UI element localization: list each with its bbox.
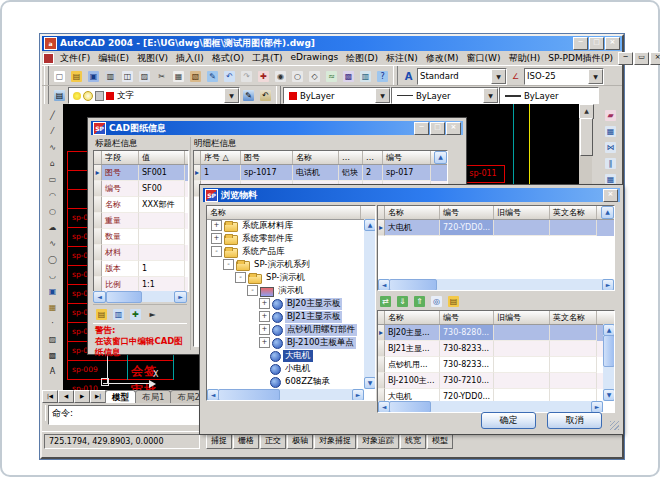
scroll-thumb[interactable] (389, 279, 437, 291)
menu-插入(I)[interactable]: 插入(I) (172, 52, 208, 65)
scroll-thumb[interactable] (603, 335, 615, 367)
color-combo[interactable]: ByLayer ▼ (283, 87, 391, 104)
cut-button[interactable]: ✂ (153, 68, 170, 84)
table-hscrollbar[interactable]: ◄ ► (378, 401, 603, 412)
material-row[interactable]: BJ21主显...730-8233... (378, 341, 614, 357)
tree-item-演示机[interactable]: -演示机 (207, 284, 364, 297)
minimize-button[interactable]: ─ (414, 122, 429, 135)
publish-button[interactable]: ▨ (136, 68, 153, 84)
toggle-极轴[interactable]: 极轴 (287, 434, 313, 449)
menu-格式(O)[interactable]: 格式(O) (208, 52, 248, 65)
close-button[interactable]: × (605, 37, 620, 50)
open-record-button[interactable]: ▤ (93, 306, 110, 322)
tree-item-点钞机用螺钉部件[interactable]: +点钞机用螺钉部件 (207, 323, 364, 336)
menu-工具(T)[interactable]: 工具(T) (248, 52, 287, 65)
column-header-名称[interactable]: 名称 (293, 151, 339, 164)
close-button[interactable]: × (446, 122, 461, 135)
expand-icon[interactable]: + (259, 298, 270, 309)
rectangle-button[interactable]: ▭ (44, 171, 61, 187)
column-header-英文名称[interactable]: 英文名称 (550, 206, 597, 219)
dbconnect-button[interactable]: ≈ (323, 68, 340, 84)
tree-item-大电机[interactable]: 大电机 (207, 349, 364, 362)
chevron-down-icon[interactable]: ▼ (491, 69, 506, 84)
cancel-button[interactable]: 取消 (547, 412, 602, 429)
scroll-up-icon[interactable]: ▲ (364, 219, 376, 231)
lineweight-combo[interactable]: ByLayer (499, 87, 599, 104)
material-row[interactable]: ▸BJ20主显...730-8280... (378, 325, 614, 341)
toggle-线宽[interactable]: 线宽 (400, 434, 426, 449)
add-record-button[interactable]: ✚ (127, 306, 144, 322)
menu-标注(N)[interactable]: 标注(N) (382, 52, 422, 65)
print-preview-button[interactable]: ◫ (119, 68, 136, 84)
expand-icon[interactable]: + (259, 324, 270, 335)
material-row[interactable]: 点钞机用...730-8233... (378, 357, 614, 373)
menu-SP-PDM插件(P)[interactable]: SP-PDM插件(P) (544, 52, 617, 65)
zoom-realtime-button[interactable]: ◉ (272, 68, 289, 84)
column-header-旧编号[interactable]: 旧编号 (494, 311, 550, 324)
match-properties-button[interactable]: ✎ (204, 68, 221, 84)
text-style-button[interactable]: A (400, 68, 417, 84)
multiline-text-button[interactable]: A (44, 363, 61, 379)
title-block-row[interactable]: 版本1 (94, 261, 188, 277)
expand-icon[interactable]: + (259, 337, 270, 348)
mdi-close-button[interactable]: × (650, 52, 660, 65)
revision-cloud-button[interactable]: ☁ (44, 219, 61, 235)
column-header-编号[interactable]: 编号 (440, 311, 494, 324)
collapse-icon[interactable]: - (223, 259, 234, 270)
transfer-button[interactable]: ⇄ (377, 293, 394, 309)
column-header-…[interactable]: … (339, 151, 363, 164)
detail-row[interactable]: ▸1sp-1017电话机铝块2sp-017 (194, 165, 447, 181)
chevron-down-icon[interactable]: ▼ (375, 88, 390, 103)
title-block-row[interactable]: ▸图号SF001 (94, 165, 188, 181)
scroll-right-icon[interactable]: ► (352, 389, 364, 401)
title-block-hscrollbar[interactable]: ◄ ► (93, 291, 187, 302)
ok-button[interactable]: 确定 (481, 412, 536, 429)
scroll-down-icon[interactable]: ▼ (364, 377, 376, 389)
scroll-thumb[interactable] (106, 291, 142, 303)
table-vscrollbar[interactable]: ▲ ▼ (603, 324, 614, 401)
maximize-button[interactable]: □ (589, 37, 604, 50)
make-block-button[interactable]: ▦ (44, 299, 61, 315)
browse-titlebar[interactable]: SP 浏览物料 × (203, 188, 620, 202)
prev-tab-icon[interactable]: ◀ (58, 390, 74, 403)
collapse-icon[interactable]: - (211, 246, 222, 257)
scroll-right-icon[interactable]: ► (174, 291, 187, 303)
circle-button[interactable]: ○ (44, 203, 61, 219)
scroll-up-icon[interactable]: ▲ (579, 104, 594, 119)
tree-hscrollbar[interactable]: ◄ ► (207, 389, 364, 400)
open-file-button[interactable]: ▤ (68, 68, 85, 84)
tree-item-SP-演示机系列[interactable]: -SP-演示机系列 (207, 258, 364, 271)
menu-修改(M)[interactable]: 修改(M) (422, 52, 463, 65)
scroll-thumb[interactable] (580, 118, 593, 156)
scroll-up-icon[interactable]: ▲ (601, 206, 614, 219)
layer-combo[interactable]: 文字 ▼ (68, 87, 240, 104)
layers-manager-button[interactable]: ▤ (51, 88, 68, 104)
tree-item-系统原材料库[interactable]: +系统原材料库 (207, 219, 364, 232)
collapse-icon[interactable]: - (235, 272, 246, 283)
mirror-button[interactable]: ⋈ (602, 139, 619, 155)
toolbar-grip[interactable] (44, 66, 49, 86)
close-button[interactable]: × (603, 189, 618, 202)
erase-button[interactable]: ▰ (602, 107, 619, 123)
offset-button[interactable]: ∥ (602, 155, 619, 171)
help-button[interactable]: ? (374, 68, 391, 84)
maximize-button[interactable]: □ (430, 122, 445, 135)
menu-绘图(D)[interactable]: 绘图(D) (342, 52, 382, 65)
column-header-名称[interactable]: 名称 (385, 311, 440, 324)
redo-button[interactable]: ↷ (238, 68, 255, 84)
copy-object-button[interactable]: ▦ (602, 123, 619, 139)
search-button[interactable]: ◎ (428, 293, 445, 309)
properties-button[interactable]: ▥ (357, 68, 374, 84)
title-block-row[interactable]: 编号SF00 (94, 181, 188, 197)
table-hscrollbar[interactable]: ◄ ► (378, 279, 614, 290)
tab-布局1[interactable]: 布局1 (135, 390, 171, 403)
column-header-…[interactable]: … (363, 151, 383, 164)
pan-button[interactable]: ✚ (255, 68, 272, 84)
new-file-button[interactable]: ▢ (51, 68, 68, 84)
plot-button[interactable]: ▥ (102, 68, 119, 84)
last-tab-icon[interactable]: ▶| (90, 390, 106, 403)
scroll-down-icon[interactable]: ▼ (603, 389, 615, 401)
app-titlebar[interactable]: a AutoCAD 2004 - [E:\UG\dwg\图框\测试用图(部件).… (42, 36, 622, 51)
material-row[interactable]: ▸大电机720-YDD0... (378, 220, 614, 236)
ellipse-arc-button[interactable]: ◡ (44, 267, 61, 283)
